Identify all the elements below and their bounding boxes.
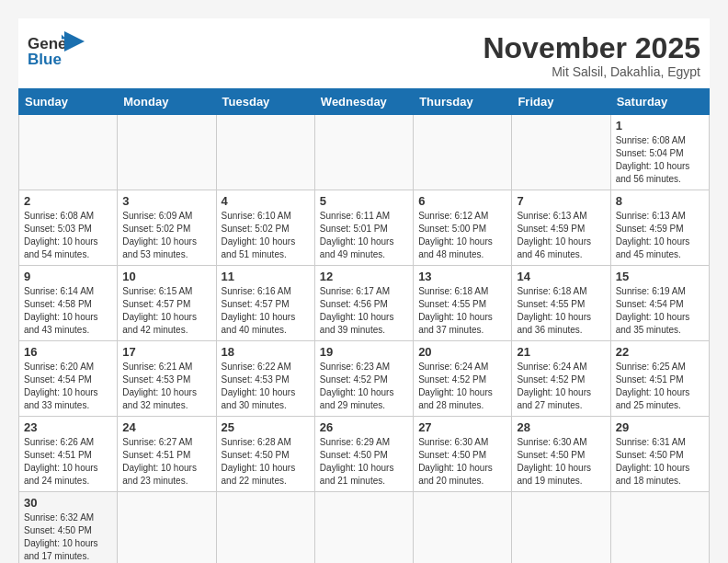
calendar-cell: 15Sunrise: 6:19 AM Sunset: 4:54 PM Dayli… (610, 266, 709, 341)
day-number: 5 (320, 194, 408, 208)
day-info: Sunrise: 6:27 AM Sunset: 4:51 PM Dayligh… (122, 436, 210, 488)
day-info: Sunrise: 6:11 AM Sunset: 5:01 PM Dayligh… (320, 210, 408, 261)
header: General Blue November 2025 Mit Salsil, D… (18, 18, 710, 88)
day-number: 24 (122, 420, 210, 434)
weekday-header-friday: Friday (512, 89, 610, 115)
calendar-cell: 14Sunrise: 6:18 AM Sunset: 4:55 PM Dayli… (512, 266, 610, 341)
day-number: 12 (320, 270, 408, 283)
svg-text:Blue: Blue (28, 51, 62, 67)
calendar-cell: 30Sunrise: 6:32 AM Sunset: 4:50 PM Dayli… (19, 492, 118, 563)
calendar-cell: 20Sunrise: 6:24 AM Sunset: 4:52 PM Dayli… (414, 341, 512, 417)
calendar-cell: 29Sunrise: 6:31 AM Sunset: 4:50 PM Dayli… (610, 417, 709, 492)
calendar-cell: 11Sunrise: 6:16 AM Sunset: 4:57 PM Dayli… (216, 266, 314, 341)
calendar-cell (610, 492, 709, 563)
calendar-cell (414, 115, 512, 190)
calendar-week-row: 30Sunrise: 6:32 AM Sunset: 4:50 PM Dayli… (19, 492, 710, 563)
calendar-week-row: 16Sunrise: 6:20 AM Sunset: 4:54 PM Dayli… (19, 341, 710, 417)
day-info: Sunrise: 6:14 AM Sunset: 4:58 PM Dayligh… (24, 285, 112, 337)
calendar-cell: 4Sunrise: 6:10 AM Sunset: 5:02 PM Daylig… (216, 190, 314, 266)
day-info: Sunrise: 6:28 AM Sunset: 4:50 PM Dayligh… (222, 436, 310, 488)
day-number: 13 (418, 270, 506, 283)
day-number: 2 (24, 194, 112, 208)
day-number: 18 (222, 345, 310, 359)
day-info: Sunrise: 6:32 AM Sunset: 4:50 PM Dayligh… (24, 511, 112, 563)
calendar-cell: 1Sunrise: 6:08 AM Sunset: 5:04 PM Daylig… (610, 115, 709, 190)
day-info: Sunrise: 6:17 AM Sunset: 4:56 PM Dayligh… (320, 285, 408, 337)
calendar-cell: 19Sunrise: 6:23 AM Sunset: 4:52 PM Dayli… (314, 341, 413, 417)
day-info: Sunrise: 6:21 AM Sunset: 4:53 PM Dayligh… (122, 361, 210, 412)
day-number: 23 (24, 420, 112, 434)
calendar-cell: 3Sunrise: 6:09 AM Sunset: 5:02 PM Daylig… (118, 190, 216, 266)
calendar-cell: 8Sunrise: 6:13 AM Sunset: 4:59 PM Daylig… (610, 190, 709, 266)
day-number: 30 (24, 496, 112, 510)
calendar-table: SundayMondayTuesdayWednesdayThursdayFrid… (18, 88, 710, 563)
calendar-cell: 24Sunrise: 6:27 AM Sunset: 4:51 PM Dayli… (118, 417, 216, 492)
calendar-cell (19, 115, 118, 190)
day-number: 15 (616, 270, 704, 283)
calendar-week-row: 2Sunrise: 6:08 AM Sunset: 5:03 PM Daylig… (19, 190, 710, 266)
calendar-cell: 25Sunrise: 6:28 AM Sunset: 4:50 PM Dayli… (216, 417, 314, 492)
day-number: 10 (122, 270, 210, 283)
day-info: Sunrise: 6:16 AM Sunset: 4:57 PM Dayligh… (222, 285, 310, 337)
day-info: Sunrise: 6:25 AM Sunset: 4:51 PM Dayligh… (616, 361, 704, 412)
calendar-cell: 6Sunrise: 6:12 AM Sunset: 5:00 PM Daylig… (414, 190, 512, 266)
day-info: Sunrise: 6:30 AM Sunset: 4:50 PM Dayligh… (418, 436, 506, 488)
weekday-header-monday: Monday (118, 89, 216, 115)
calendar-cell (216, 492, 314, 563)
calendar-cell (314, 115, 413, 190)
day-info: Sunrise: 6:09 AM Sunset: 5:02 PM Dayligh… (122, 210, 210, 261)
day-info: Sunrise: 6:13 AM Sunset: 4:59 PM Dayligh… (517, 210, 605, 261)
calendar-cell: 21Sunrise: 6:24 AM Sunset: 4:52 PM Dayli… (512, 341, 610, 417)
day-number: 8 (616, 194, 704, 208)
calendar-cell (512, 115, 610, 190)
day-info: Sunrise: 6:24 AM Sunset: 4:52 PM Dayligh… (517, 361, 605, 412)
day-info: Sunrise: 6:12 AM Sunset: 5:00 PM Dayligh… (418, 210, 506, 261)
day-number: 29 (616, 420, 704, 434)
calendar-cell: 28Sunrise: 6:30 AM Sunset: 4:50 PM Dayli… (512, 417, 610, 492)
weekday-header-sunday: Sunday (19, 89, 118, 115)
weekday-header-thursday: Thursday (414, 89, 512, 115)
calendar-cell (314, 492, 413, 563)
day-number: 26 (320, 420, 408, 434)
calendar-cell: 18Sunrise: 6:22 AM Sunset: 4:53 PM Dayli… (216, 341, 314, 417)
day-info: Sunrise: 6:18 AM Sunset: 4:55 PM Dayligh… (418, 285, 506, 337)
calendar-cell: 23Sunrise: 6:26 AM Sunset: 4:51 PM Dayli… (19, 417, 118, 492)
calendar-cell: 7Sunrise: 6:13 AM Sunset: 4:59 PM Daylig… (512, 190, 610, 266)
day-info: Sunrise: 6:19 AM Sunset: 4:54 PM Dayligh… (616, 285, 704, 337)
weekday-header-wednesday: Wednesday (314, 89, 413, 115)
day-number: 14 (517, 270, 605, 283)
logo: General Blue (28, 32, 85, 67)
calendar-cell (512, 492, 610, 563)
calendar-cell: 9Sunrise: 6:14 AM Sunset: 4:58 PM Daylig… (19, 266, 118, 341)
logo-icon: General Blue (28, 32, 68, 67)
day-info: Sunrise: 6:22 AM Sunset: 4:53 PM Dayligh… (222, 361, 310, 412)
calendar-cell: 5Sunrise: 6:11 AM Sunset: 5:01 PM Daylig… (314, 190, 413, 266)
calendar-cell: 13Sunrise: 6:18 AM Sunset: 4:55 PM Dayli… (414, 266, 512, 341)
day-info: Sunrise: 6:23 AM Sunset: 4:52 PM Dayligh… (320, 361, 408, 412)
weekday-header-tuesday: Tuesday (216, 89, 314, 115)
day-info: Sunrise: 6:18 AM Sunset: 4:55 PM Dayligh… (517, 285, 605, 337)
day-number: 21 (517, 345, 605, 359)
calendar-week-row: 9Sunrise: 6:14 AM Sunset: 4:58 PM Daylig… (19, 266, 710, 341)
calendar-cell (118, 492, 216, 563)
day-number: 19 (320, 345, 408, 359)
day-info: Sunrise: 6:10 AM Sunset: 5:02 PM Dayligh… (222, 210, 310, 261)
day-number: 20 (418, 345, 506, 359)
day-number: 17 (122, 345, 210, 359)
day-number: 11 (222, 270, 310, 283)
calendar-cell: 17Sunrise: 6:21 AM Sunset: 4:53 PM Dayli… (118, 341, 216, 417)
day-number: 27 (418, 420, 506, 434)
logo-triangle-icon (64, 31, 85, 52)
month-title: November 2025 (483, 32, 700, 64)
day-info: Sunrise: 6:24 AM Sunset: 4:52 PM Dayligh… (418, 361, 506, 412)
day-info: Sunrise: 6:29 AM Sunset: 4:50 PM Dayligh… (320, 436, 408, 488)
day-number: 6 (418, 194, 506, 208)
day-number: 28 (517, 420, 605, 434)
calendar-cell: 12Sunrise: 6:17 AM Sunset: 4:56 PM Dayli… (314, 266, 413, 341)
day-number: 16 (24, 345, 112, 359)
location-subtitle: Mit Salsil, Dakahlia, Egypt (483, 64, 700, 79)
day-number: 4 (222, 194, 310, 208)
calendar-cell (216, 115, 314, 190)
day-number: 1 (616, 119, 704, 132)
weekday-header-saturday: Saturday (610, 89, 709, 115)
